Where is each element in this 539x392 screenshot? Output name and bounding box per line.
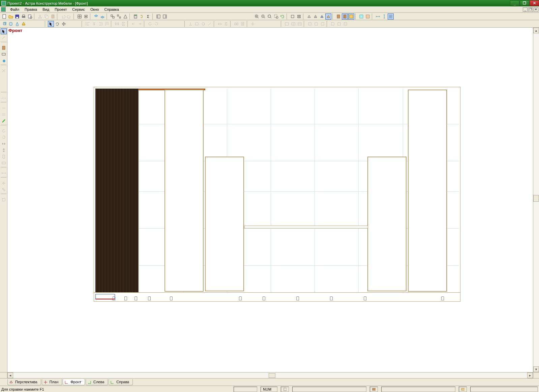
save-icon[interactable] — [14, 13, 20, 20]
scroll-thumb-h[interactable] — [269, 373, 275, 378]
redo-icon[interactable] — [66, 13, 72, 20]
vertical-scrollbar[interactable]: ▲ ▼ — [533, 28, 539, 372]
dim-f2-icon[interactable] — [336, 21, 342, 27]
chain-icon[interactable] — [139, 13, 145, 20]
fill-tool-icon[interactable] — [1, 58, 7, 64]
door3-icon[interactable] — [348, 13, 354, 20]
zoom-area-icon[interactable] — [273, 13, 279, 20]
align-c-icon[interactable] — [91, 21, 97, 27]
scroll-thumb-v[interactable] — [533, 195, 539, 202]
snap9-icon[interactable] — [250, 21, 256, 27]
snap1-icon[interactable] — [187, 21, 193, 27]
group-icon[interactable] — [110, 13, 116, 20]
menu-help[interactable]: Справка — [102, 7, 122, 12]
dim-b2-icon[interactable] — [307, 21, 313, 27]
cylinder-icon[interactable] — [8, 21, 14, 27]
dim-v2-icon[interactable] — [290, 21, 296, 27]
print-preview-icon[interactable] — [27, 13, 33, 20]
tab-left[interactable]: Слева — [86, 379, 108, 385]
ungroup-icon[interactable] — [116, 13, 122, 20]
size-h-icon[interactable] — [1, 154, 7, 160]
align-r-icon[interactable] — [97, 21, 103, 27]
box1-icon[interactable] — [290, 13, 296, 20]
dim-d2-icon[interactable] — [320, 21, 326, 27]
add-h-icon[interactable] — [1, 95, 7, 101]
scroll-up-icon[interactable]: ▲ — [533, 28, 539, 33]
link-tool-icon[interactable] — [1, 187, 7, 193]
dim-g2-icon[interactable] — [342, 21, 349, 27]
view-texture-icon[interactable] — [325, 13, 331, 20]
scroll-left-icon[interactable]: ◄ — [7, 372, 13, 378]
box2-icon[interactable] — [296, 13, 302, 20]
zoom-out-icon[interactable] — [267, 13, 273, 20]
panel-tool-icon[interactable] — [1, 45, 7, 51]
print-icon[interactable] — [21, 13, 27, 20]
door2-icon[interactable] — [342, 13, 348, 20]
move-tool-icon[interactable] — [1, 180, 7, 186]
menu-project[interactable]: Проект — [52, 7, 69, 12]
tab-front[interactable]: Фронт — [63, 379, 85, 385]
snap3-icon[interactable] — [200, 21, 206, 27]
move-r-icon[interactable] — [137, 21, 143, 27]
dim-h2-icon[interactable] — [284, 21, 290, 27]
tab-perspective[interactable]: Перспектива — [7, 379, 41, 385]
paste-icon[interactable] — [50, 13, 56, 20]
sum-icon[interactable]: Σ — [145, 13, 151, 20]
tab-right[interactable]: Справа — [109, 379, 133, 385]
snap6-icon[interactable] — [223, 21, 229, 27]
menu-file[interactable]: Файл — [7, 7, 22, 12]
menu-edit[interactable]: Правка — [22, 7, 40, 12]
mat1-icon[interactable] — [358, 13, 364, 20]
dist-h-icon[interactable] — [114, 21, 120, 27]
layer-down-icon[interactable] — [99, 13, 106, 20]
flip-v-icon[interactable] — [1, 147, 7, 153]
snap-icon[interactable] — [83, 13, 89, 20]
add-line-icon[interactable] — [1, 118, 7, 124]
extra-tool-icon[interactable] — [1, 197, 7, 203]
tab-plan[interactable]: План — [42, 379, 62, 385]
snap2-icon[interactable] — [194, 21, 200, 27]
dim-tool-icon[interactable] — [1, 170, 7, 176]
canvas-area[interactable]: Фронт — [7, 28, 533, 372]
open-icon[interactable] — [8, 13, 14, 20]
extrude-icon[interactable] — [21, 21, 27, 27]
snap4-icon[interactable] — [207, 21, 213, 27]
align-l-icon[interactable] — [85, 21, 91, 27]
mdi-close[interactable]: ✕ — [534, 7, 538, 12]
select-mode-icon[interactable] — [48, 21, 54, 27]
horizontal-scrollbar[interactable]: ◄ ► — [0, 372, 539, 378]
flip-icon[interactable] — [122, 13, 128, 20]
close-button[interactable]: ✕ — [530, 0, 539, 6]
dim3-icon[interactable] — [388, 13, 394, 20]
align-t-icon[interactable] — [104, 21, 110, 27]
view-solid-icon[interactable] — [319, 13, 325, 20]
add-v1-icon[interactable] — [1, 105, 7, 111]
snap5-icon[interactable] — [217, 21, 223, 27]
dim1-icon[interactable] — [375, 13, 381, 20]
grid-icon[interactable] — [77, 13, 83, 20]
move-l-icon[interactable] — [130, 21, 137, 27]
layer-up-icon[interactable] — [93, 13, 99, 20]
dist-v-icon[interactable] — [120, 21, 126, 27]
zoom-in-icon[interactable] — [260, 13, 266, 20]
cube-icon[interactable] — [1, 21, 7, 27]
dim-c2-icon[interactable] — [313, 21, 319, 27]
mat2-icon[interactable] — [365, 13, 371, 20]
menu-view[interactable]: Вид — [40, 7, 52, 12]
cone-icon[interactable] — [14, 21, 20, 27]
menu-service[interactable]: Сервис — [69, 7, 88, 12]
dim-a2-icon[interactable] — [297, 21, 303, 27]
refresh-icon[interactable] — [279, 13, 286, 20]
panel1-icon[interactable] — [155, 13, 161, 20]
close-tool-icon[interactable] — [1, 68, 7, 74]
flip-h-icon[interactable] — [1, 141, 7, 147]
rotate-mode-icon[interactable] — [54, 21, 60, 27]
rot-ccw-icon[interactable] — [1, 128, 7, 134]
zoom-fit-icon[interactable] — [254, 13, 260, 20]
new-icon[interactable] — [1, 13, 7, 20]
minimize-button[interactable]: _ — [510, 0, 519, 6]
snap8-icon[interactable] — [240, 21, 246, 27]
dim-e2-icon[interactable] — [330, 21, 336, 27]
undo-icon[interactable] — [60, 13, 66, 20]
scroll-right-icon[interactable]: ► — [527, 372, 533, 378]
